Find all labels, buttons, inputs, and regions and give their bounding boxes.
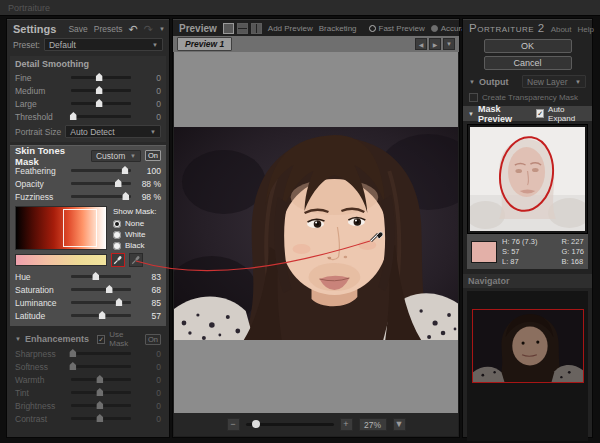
horizontal-split-layout-icon[interactable]	[237, 23, 248, 34]
vertical-split-layout-icon[interactable]	[251, 23, 262, 34]
slider-label: Saturation	[15, 285, 67, 295]
zoom-out-button[interactable]: −	[227, 418, 240, 431]
skin-tone-range-bar[interactable]	[15, 254, 107, 266]
preset-value: Default	[49, 40, 76, 50]
radio-option[interactable]: None	[113, 218, 161, 229]
slider-track[interactable]	[71, 352, 131, 355]
slider-handle[interactable]	[122, 192, 129, 200]
slider-handle[interactable]	[115, 179, 122, 187]
radio-label: White	[125, 230, 145, 239]
zoom-slider-handle[interactable]	[252, 420, 260, 428]
slider-row: Latitude 57	[15, 309, 161, 322]
tab-preview-1[interactable]: Preview 1	[177, 37, 232, 51]
slider-handle[interactable]	[99, 311, 106, 319]
slider-handle[interactable]	[96, 86, 103, 94]
radio-option[interactable]: Black	[113, 240, 161, 251]
gradient-selection-rect[interactable]	[63, 209, 97, 247]
slider-handle[interactable]	[122, 166, 129, 174]
brand-row: Portraiture 2 About Help	[463, 19, 592, 36]
portrait-size-dropdown[interactable]: Auto Detect ▼	[65, 125, 161, 138]
ok-button[interactable]: OK	[484, 39, 572, 53]
radio-icon[interactable]	[113, 231, 121, 239]
slider-track[interactable]	[71, 275, 131, 278]
navigator-viewport[interactable]	[472, 309, 584, 383]
slider-track[interactable]	[71, 417, 131, 420]
brand-logo: Portraiture 2	[469, 22, 545, 34]
radio-icon[interactable]	[113, 220, 121, 228]
zoom-level-value[interactable]: 27%	[359, 418, 387, 431]
slider-track[interactable]	[71, 182, 131, 185]
slider-track[interactable]	[71, 102, 131, 105]
single-pane-layout-icon[interactable]	[223, 23, 234, 34]
collapse-triangle-icon[interactable]: ▼	[15, 336, 21, 342]
pick-skin-tone-eyedropper-button[interactable]	[111, 253, 125, 267]
presets-button[interactable]: Presets	[94, 24, 123, 34]
output-collapse-triangle-icon[interactable]: ▼	[469, 79, 475, 85]
slider-handle[interactable]	[96, 73, 103, 81]
skin-tone-gradient-picker[interactable]	[15, 206, 107, 250]
undo-icon[interactable]: ↶	[129, 24, 138, 34]
use-mask-checkbox[interactable]: ✓	[97, 335, 105, 344]
save-button[interactable]: Save	[68, 24, 87, 34]
mask-on-toggle[interactable]: On	[145, 150, 161, 161]
mask-preview-collapse-triangle-icon[interactable]: ▼	[468, 111, 474, 117]
settings-header: Settings Save Presets ↶ ↷ ▼	[7, 19, 169, 36]
slider-track[interactable]	[71, 301, 131, 304]
redo-icon[interactable]: ↷	[144, 24, 153, 34]
slider-track[interactable]	[71, 115, 131, 118]
add-preview-button[interactable]: Add Preview	[268, 24, 313, 33]
help-link[interactable]: Help	[578, 25, 594, 34]
slider-row: Fuzziness 98 %	[15, 190, 161, 203]
slider-track[interactable]	[71, 378, 131, 381]
skin-tones-mask-section: Skin Tones Mask Custom ▼ On Feathering 1…	[10, 145, 166, 326]
slider-handle[interactable]	[70, 112, 77, 120]
enhancements-on-toggle[interactable]: On	[145, 334, 161, 345]
settings-menu-caret-icon[interactable]: ▼	[159, 26, 165, 32]
preview-canvas[interactable]	[174, 52, 458, 413]
slider-track[interactable]	[71, 195, 131, 198]
mask-preset-dropdown[interactable]: Custom ▼	[91, 150, 141, 162]
tab-scroll-left-button[interactable]: ◀	[415, 38, 427, 50]
slider-handle[interactable]	[96, 99, 103, 107]
slider-handle[interactable]	[96, 414, 103, 422]
tab-list-caret-button[interactable]: ▼	[443, 38, 455, 50]
create-transparency-mask-checkbox[interactable]	[469, 93, 478, 102]
slider-track[interactable]	[71, 365, 131, 368]
slider-value: 0	[135, 349, 161, 359]
slider-row: Large 0	[15, 97, 161, 110]
zoom-level-caret-button[interactable]: ▼	[393, 418, 406, 431]
slider-handle[interactable]	[96, 388, 103, 396]
slider-handle[interactable]	[69, 349, 76, 357]
slider-handle[interactable]	[96, 375, 103, 383]
radio-icon[interactable]	[113, 242, 121, 250]
slider-track[interactable]	[71, 76, 131, 79]
tab-scroll-right-button[interactable]: ▶	[429, 38, 441, 50]
navigator-thumbnail	[473, 310, 583, 382]
fast-preview-radio-icon[interactable]	[369, 25, 376, 32]
saturation-value: S: 57	[502, 247, 556, 256]
slider-handle[interactable]	[106, 285, 113, 293]
slider-handle[interactable]	[96, 401, 103, 409]
auto-expand-checkbox[interactable]: ✓	[536, 109, 544, 118]
add-skin-tone-eyedropper-button[interactable]	[129, 253, 143, 267]
cancel-button[interactable]: Cancel	[484, 56, 572, 70]
accurate-radio-icon[interactable]	[431, 25, 438, 32]
slider-track[interactable]	[71, 314, 131, 317]
slider-track[interactable]	[71, 89, 131, 92]
bracketing-button[interactable]: Bracketing	[319, 24, 357, 33]
about-link[interactable]: About	[551, 25, 572, 34]
slider-track[interactable]	[71, 391, 131, 394]
preset-dropdown[interactable]: Default ▼	[44, 38, 163, 51]
slider-handle[interactable]	[69, 362, 76, 370]
slider-track[interactable]	[71, 288, 131, 291]
slider-handle[interactable]	[92, 272, 99, 280]
zoom-slider-track[interactable]	[246, 423, 334, 426]
detail-smoothing-section: Detail Smoothing Fine 0 Medium 0 Large 0…	[10, 56, 166, 142]
slider-track[interactable]	[71, 169, 131, 172]
slider-track[interactable]	[71, 404, 131, 407]
slider-handle[interactable]	[116, 298, 123, 306]
output-dropdown[interactable]: New Layer ▼	[522, 75, 586, 88]
zoom-in-button[interactable]: +	[340, 418, 353, 431]
fast-preview-radio[interactable]: Fast Preview	[369, 24, 425, 33]
radio-option[interactable]: White	[113, 229, 161, 240]
